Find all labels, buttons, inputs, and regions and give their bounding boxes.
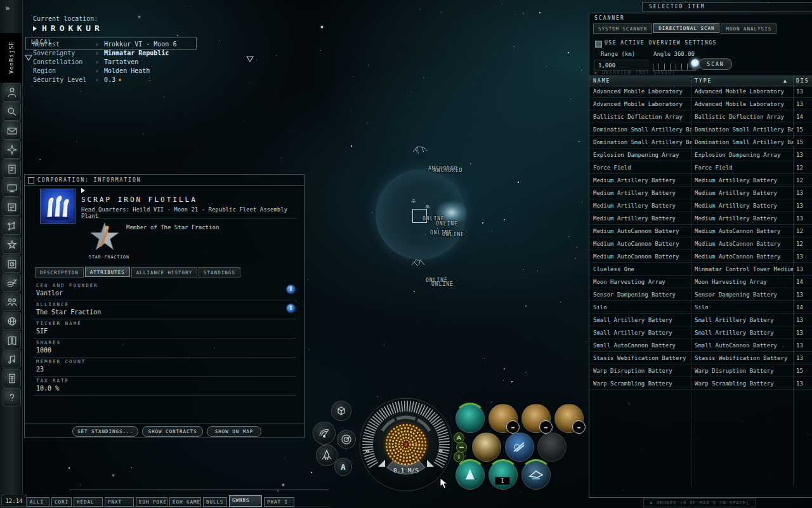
market-icon[interactable] [3, 312, 21, 330]
expand-arrow-icon[interactable] [81, 188, 85, 193]
table-row[interactable]: Sensor Dampening BatterySensor Dampening… [589, 288, 812, 301]
browser-icon[interactable] [3, 178, 21, 197]
module-prop[interactable] [521, 460, 551, 490]
table-row[interactable]: Medium Artillery BatteryMedium Artillery… [589, 187, 812, 199]
ship-menu-button[interactable] [316, 444, 337, 466]
table-row[interactable]: Force FieldForce Field12 [589, 161, 812, 174]
ammo-swap-icon[interactable]: ↔ [539, 420, 553, 434]
info-icon[interactable]: i [287, 285, 295, 293]
news-icon[interactable] [3, 197, 21, 216]
chat-tab-alli[interactable]: ALLI [27, 497, 49, 507]
table-row[interactable]: Small Artillery BatterySmall Artillery B… [589, 314, 812, 326]
chat-tab-cori[interactable]: CORI [51, 497, 72, 507]
table-row[interactable]: Medium AutoCannon BatteryMedium AutoCann… [589, 225, 812, 237]
column-header-distance[interactable]: DIS [796, 78, 809, 84]
table-row[interactable]: Stasis Webification BatteryStasis Webifi… [589, 352, 812, 364]
module-shield-booster[interactable] [455, 460, 485, 490]
location-row-value[interactable]: Tartatven [104, 58, 138, 65]
fitting-icon[interactable] [3, 102, 21, 121]
directional-scanner-button[interactable] [313, 422, 336, 444]
tab-moon-analysis[interactable]: MOON ANALYSIS [721, 23, 776, 34]
set-standings--button[interactable]: SET STANDINGS... [72, 426, 138, 437]
drones-collapsed-window[interactable]: ▶ DRONES (0 OF MAX 5 IN SPACE) [643, 498, 756, 507]
character-sheet-icon[interactable] [3, 83, 21, 102]
module-charge[interactable]: 1 [488, 460, 518, 490]
channels-icon[interactable] [3, 140, 21, 159]
system-scanner-button[interactable] [337, 430, 356, 449]
location-row-value[interactable]: Hrokkur VI - Moon 6 [104, 41, 176, 48]
module-artillery-3[interactable]: ↔ [554, 404, 584, 433]
overview-settings-checkbox[interactable] [595, 41, 602, 48]
table-row[interactable]: Explosion Dampening ArrayExplosion Dampe… [589, 149, 812, 161]
throttle-stop-arrows[interactable]: « [438, 446, 442, 455]
tab-directional-scan[interactable]: DIRECTIONAL SCAN [653, 23, 719, 33]
table-row[interactable]: Domination Small Artillery BatteryDomina… [589, 123, 812, 136]
chat-tab-phat-i[interactable]: PHAT I [264, 497, 294, 507]
journal-icon[interactable] [3, 331, 21, 349]
assets-icon[interactable] [3, 255, 21, 273]
pos-structure-icon[interactable] [411, 144, 430, 156]
notepad-icon[interactable] [3, 159, 21, 178]
chat-tab-eoh-game[interactable]: EOH GAME [169, 497, 201, 507]
selected-item-collapsed-window[interactable]: SELECTED ITEM [642, 2, 812, 11]
system-name[interactable]: HROKKUR [42, 23, 103, 33]
show-on-map-button[interactable]: SHOW ON MAP [207, 426, 261, 437]
tab-system-scanner[interactable]: SYSTEM SCANNER [593, 23, 652, 34]
show-contracts-button[interactable]: SHOW CONTRACTS [142, 426, 203, 437]
chat-tab-pnxt[interactable]: PNXT [105, 497, 134, 507]
table-row[interactable]: Moon Harvesting ArrayMoon Harvesting Arr… [589, 276, 812, 288]
table-row[interactable]: Warp Scrambling BatteryWarp Scrambling B… [589, 377, 812, 390]
table-row[interactable]: Medium Artillery BatteryMedium Artillery… [589, 174, 812, 187]
throttle-up-arrows[interactable]: » [365, 446, 369, 455]
jukebox-icon[interactable] [3, 350, 21, 368]
autopilot-button[interactable]: A [334, 458, 352, 476]
table-row[interactable]: Medium Artillery BatteryMedium Artillery… [589, 212, 812, 225]
table-row[interactable]: Medium Artillery BatteryMedium Artillery… [589, 199, 812, 212]
utilities-icon[interactable] [3, 369, 21, 387]
angle-slider-handle[interactable] [691, 59, 700, 68]
ammo-swap-icon[interactable]: ↔ [506, 420, 520, 434]
module-artillery-1[interactable]: ↔ [488, 404, 518, 433]
table-row[interactable]: Medium AutoCannon BatteryMedium AutoCann… [589, 237, 812, 250]
module-gun[interactable] [505, 432, 534, 462]
module-artillery-2[interactable]: ↔ [521, 404, 551, 433]
table-row[interactable]: Domination Small Artillery BatteryDomina… [589, 136, 812, 149]
module-info-button[interactable] [454, 451, 464, 462]
chat-tab-gwnbs[interactable]: GWNBS [229, 495, 262, 507]
medals-icon[interactable] [3, 236, 21, 254]
module-offline[interactable] [537, 432, 566, 462]
wallet-icon[interactable] [3, 274, 21, 292]
table-row[interactable]: Advanced Mobile LaboratoryAdvanced Mobil… [589, 98, 812, 110]
module-armor-repairer[interactable] [472, 432, 501, 462]
tab-alliance-history[interactable]: ALLIANCE HISTORY [131, 267, 197, 277]
table-row[interactable]: Medium AutoCannon BatteryMedium AutoCann… [589, 250, 812, 263]
chat-tab-eoh-poke[interactable]: EOH POKE [136, 497, 167, 507]
window-titlebar[interactable]: CORPORATION: INFORMATION [25, 175, 304, 186]
column-header-type[interactable]: TYPE [695, 78, 712, 84]
tab-attributes[interactable]: ATTRIBUTES [85, 267, 130, 277]
contacts-icon[interactable] [3, 293, 21, 311]
table-row[interactable]: Ballistic Deflection ArrayBallistic Defl… [589, 110, 812, 123]
window-pin-icon[interactable] [28, 177, 34, 184]
chat-tab-bulls[interactable]: BULLS [203, 497, 227, 507]
sort-ascending-icon[interactable]: ▲ [783, 78, 787, 84]
scan-button[interactable]: SCAN [699, 58, 732, 70]
map-icon[interactable] [3, 217, 21, 235]
table-row[interactable]: Warp Disruption BatteryWarp Disruption B… [589, 364, 812, 377]
neocom-clock[interactable]: 12:14 [1, 495, 27, 507]
location-row-value[interactable]: 0.3 [104, 76, 115, 83]
table-row[interactable]: Clueless OneMinmatar Control Tower Mediu… [589, 263, 812, 276]
corporation-name[interactable]: SCRAP IRON FLOTILLA [81, 196, 197, 204]
location-row-value[interactable]: Molden Heath [104, 67, 150, 74]
tab-description[interactable]: DESCRIPTION [35, 267, 84, 277]
chat-tab-hedal[interactable]: HEDAL [74, 497, 103, 507]
location-row-value[interactable]: Minmatar Republic [104, 50, 169, 57]
mail-icon[interactable] [3, 121, 21, 140]
pos-structure-icon[interactable] [409, 256, 427, 269]
column-header-name[interactable]: NAME [593, 78, 610, 84]
tactical-overlay-button[interactable] [331, 401, 351, 421]
table-row[interactable]: Small Artillery BatterySmall Artillery B… [589, 326, 812, 339]
table-row[interactable]: Advanced Mobile LaboratoryAdvanced Mobil… [589, 85, 812, 98]
neocom-expand-icon[interactable]: » [5, 4, 8, 13]
table-row[interactable]: Small AutoCannon BatterySmall AutoCannon… [589, 339, 812, 352]
